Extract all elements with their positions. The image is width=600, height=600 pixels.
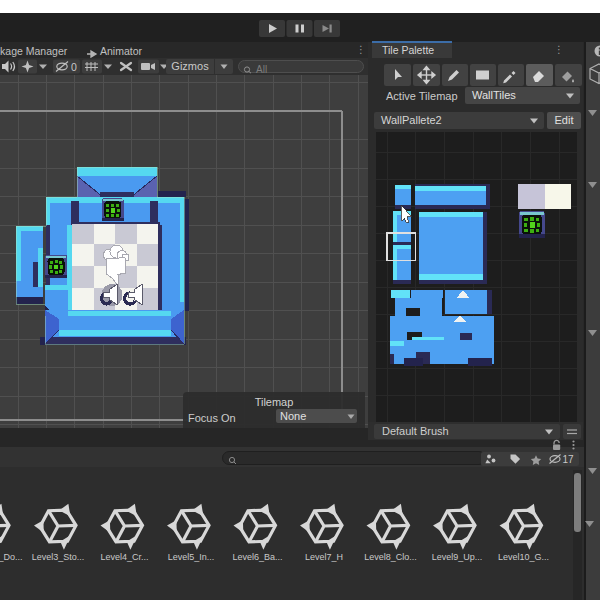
svg-text:2_Do...: 2_Do... <box>0 552 23 562</box>
svg-text:0: 0 <box>71 61 77 73</box>
svg-text:Level8_Clo...: Level8_Clo... <box>364 552 417 562</box>
svg-text:Level5_In...: Level5_In... <box>168 552 215 562</box>
svg-text:Level6_Ba...: Level6_Ba... <box>232 552 282 562</box>
svg-text:Level4_Cr...: Level4_Cr... <box>100 552 148 562</box>
svg-text:Level10_G...: Level10_G... <box>498 552 549 562</box>
svg-text:Level7_H: Level7_H <box>305 552 343 562</box>
svg-text:Level9_Up...: Level9_Up... <box>432 552 483 562</box>
svg-text:Level3_Sto...: Level3_Sto... <box>32 552 85 562</box>
svg-text:17: 17 <box>563 454 575 465</box>
svg-text:All: All <box>256 64 267 75</box>
